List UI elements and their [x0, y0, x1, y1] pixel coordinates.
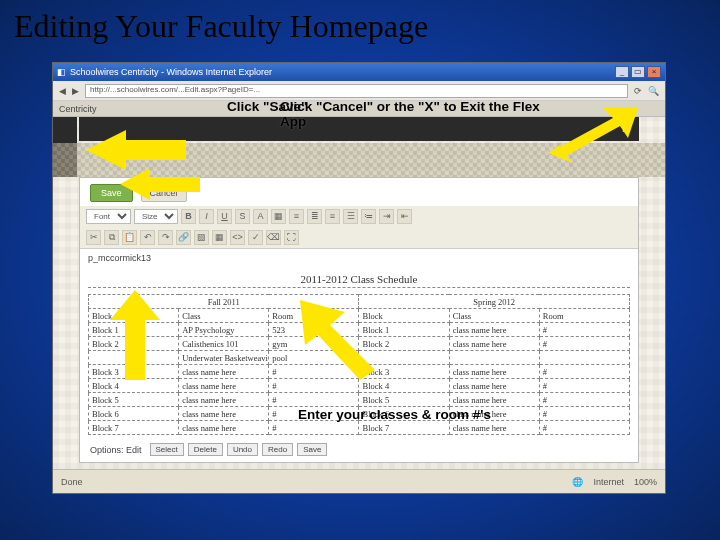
color-icon[interactable]: A: [253, 209, 268, 224]
options-label: Options: Edit: [90, 445, 142, 455]
hdr-class-r: Class: [449, 309, 539, 323]
tab-label: Centricity: [59, 104, 97, 114]
status-done: Done: [61, 477, 83, 487]
table-cell[interactable]: #: [269, 421, 359, 435]
spell-icon[interactable]: ✓: [248, 230, 263, 245]
italic-icon[interactable]: I: [199, 209, 214, 224]
refresh-icon[interactable]: ⟳: [634, 86, 642, 96]
schedule-title: 2011-2012 Class Schedule: [88, 273, 630, 288]
list-ol-icon[interactable]: ≔: [361, 209, 376, 224]
highlight-icon[interactable]: ▦: [271, 209, 286, 224]
table-row[interactable]: Block 5class name here#Block 5class name…: [89, 393, 630, 407]
table-cell[interactable]: [449, 351, 539, 365]
option-button[interactable]: Select: [150, 443, 184, 456]
option-button[interactable]: Save: [297, 443, 327, 456]
table-cell[interactable]: #: [539, 379, 629, 393]
list-ul-icon[interactable]: ☰: [343, 209, 358, 224]
table-cell[interactable]: #: [539, 365, 629, 379]
table-cell[interactable]: class name here: [449, 323, 539, 337]
size-select[interactable]: Size: [134, 209, 178, 224]
svg-marker-4: [300, 300, 375, 380]
table-cell[interactable]: class name here: [179, 407, 269, 421]
table-row[interactable]: Block 4class name here#Block 4class name…: [89, 379, 630, 393]
back-icon[interactable]: ◀: [59, 86, 66, 96]
outdent-icon[interactable]: ⇤: [397, 209, 412, 224]
table-cell[interactable]: class name here: [179, 421, 269, 435]
document-name: p_mccormick13: [88, 253, 630, 267]
table-cell[interactable]: #: [269, 379, 359, 393]
hdr-class-l: Class: [179, 309, 269, 323]
maximize-button[interactable]: ▭: [631, 66, 645, 78]
titlebar: ◧ Schoolwires Centricity - Windows Inter…: [53, 63, 665, 81]
table-cell[interactable]: class name here: [449, 379, 539, 393]
options-row: Options: Edit SelectDeleteUndoRedoSave: [90, 443, 628, 456]
status-zoom[interactable]: 100%: [634, 477, 657, 487]
status-internet: Internet: [593, 477, 624, 487]
table-cell[interactable]: class name here: [449, 365, 539, 379]
table-cell[interactable]: class name here: [179, 379, 269, 393]
copy-icon[interactable]: ⧉: [104, 230, 119, 245]
font-select[interactable]: Font: [86, 209, 131, 224]
globe-icon: 🌐: [572, 477, 583, 487]
arrow-to-classes-left: [105, 290, 165, 380]
link-icon[interactable]: 🔗: [176, 230, 191, 245]
table-cell[interactable]: #: [539, 421, 629, 435]
table-cell[interactable]: Block 7: [359, 421, 449, 435]
table-icon[interactable]: ▦: [212, 230, 227, 245]
table-cell[interactable]: AP Psychology: [179, 323, 269, 337]
svg-marker-1: [120, 170, 200, 200]
clean-icon[interactable]: ⌫: [266, 230, 281, 245]
table-cell[interactable]: Underwater Basketweaving 301: [179, 351, 269, 365]
table-cell[interactable]: Block 4: [359, 379, 449, 393]
align-right-icon[interactable]: ≡: [325, 209, 340, 224]
arrow-to-classes-center: [290, 300, 380, 380]
undo-icon[interactable]: ↶: [140, 230, 155, 245]
forward-icon[interactable]: ▶: [72, 86, 79, 96]
table-cell[interactable]: #: [539, 323, 629, 337]
semester-right: Spring 2012: [359, 295, 630, 309]
strike-icon[interactable]: S: [235, 209, 250, 224]
image-icon[interactable]: ▧: [194, 230, 209, 245]
table-cell[interactable]: Block 4: [89, 379, 179, 393]
table-cell[interactable]: Block 5: [89, 393, 179, 407]
align-left-icon[interactable]: ≡: [289, 209, 304, 224]
option-button[interactable]: Undo: [227, 443, 258, 456]
indent-icon[interactable]: ⇥: [379, 209, 394, 224]
status-bar: Done 🌐 Internet 100%: [53, 469, 665, 493]
table-cell[interactable]: #: [269, 393, 359, 407]
address-input[interactable]: http://...schoolwires.com/...Edit.aspx?P…: [85, 84, 628, 98]
table-cell[interactable]: Calisthenics 101: [179, 337, 269, 351]
table-cell[interactable]: class name here: [179, 393, 269, 407]
table-cell[interactable]: Block 6: [89, 407, 179, 421]
underline-icon[interactable]: U: [217, 209, 232, 224]
table-cell[interactable]: class name here: [449, 337, 539, 351]
page-icon: ◧: [57, 67, 66, 77]
svg-marker-0: [86, 130, 186, 170]
table-row[interactable]: Block 7class name here#Block 7class name…: [89, 421, 630, 435]
table-cell[interactable]: #: [539, 407, 629, 421]
arrow-to-save: [86, 130, 186, 170]
cut-icon[interactable]: ✂: [86, 230, 101, 245]
option-button[interactable]: Redo: [262, 443, 293, 456]
minimize-button[interactable]: _: [615, 66, 629, 78]
table-cell[interactable]: class name here: [179, 365, 269, 379]
close-button[interactable]: ×: [647, 66, 661, 78]
bold-icon[interactable]: B: [181, 209, 196, 224]
search-icon[interactable]: 🔍: [648, 86, 659, 96]
table-cell[interactable]: #: [539, 337, 629, 351]
option-button[interactable]: Delete: [188, 443, 223, 456]
table-cell[interactable]: Block 7: [89, 421, 179, 435]
redo-icon[interactable]: ↷: [158, 230, 173, 245]
table-cell[interactable]: class name here: [449, 393, 539, 407]
paste-icon[interactable]: 📋: [122, 230, 137, 245]
table-cell[interactable]: #: [539, 393, 629, 407]
table-cell[interactable]: [539, 351, 629, 365]
html-icon[interactable]: <>: [230, 230, 245, 245]
table-cell[interactable]: Block 5: [359, 393, 449, 407]
address-bar: ◀ ▶ http://...schoolwires.com/...Edit.as…: [53, 81, 665, 101]
full-icon[interactable]: ⛶: [284, 230, 299, 245]
align-center-icon[interactable]: ≣: [307, 209, 322, 224]
rte-toolbar: Font Size B I U S A ▦ ≡ ≣ ≡ ☰ ≔ ⇥ ⇤: [80, 206, 638, 249]
hdr-room-r: Room: [539, 309, 629, 323]
table-cell[interactable]: class name here: [449, 421, 539, 435]
